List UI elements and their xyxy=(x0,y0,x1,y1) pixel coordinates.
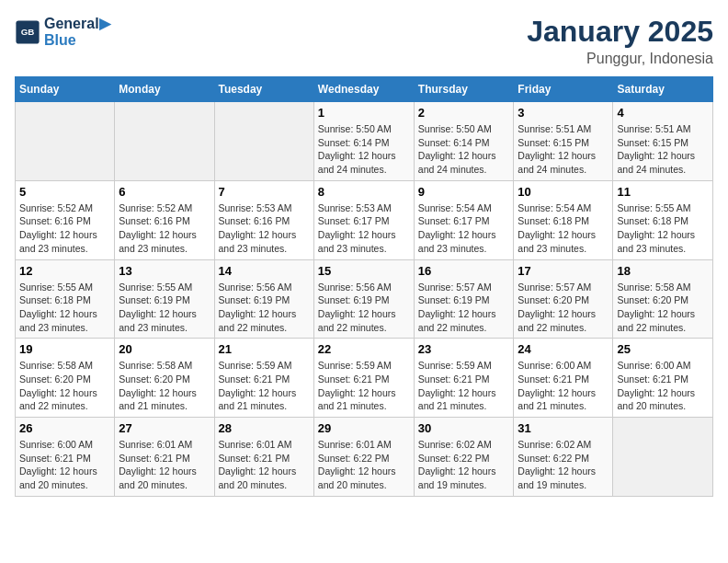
day-info: Sunrise: 5:54 AM Sunset: 6:17 PM Dayligh… xyxy=(418,201,510,256)
col-saturday: Saturday xyxy=(613,77,713,102)
calendar-cell: 13Sunrise: 5:55 AM Sunset: 6:19 PM Dayli… xyxy=(115,259,214,339)
calendar-subtitle: Punggur, Indonesia xyxy=(527,51,713,67)
col-monday: Monday xyxy=(115,77,214,102)
day-number: 24 xyxy=(518,342,609,356)
calendar-week-2: 5Sunrise: 5:52 AM Sunset: 6:16 PM Daylig… xyxy=(16,180,713,259)
col-wednesday: Wednesday xyxy=(313,77,414,102)
col-thursday: Thursday xyxy=(414,77,514,102)
calendar-cell: 26Sunrise: 6:00 AM Sunset: 6:21 PM Dayli… xyxy=(16,418,115,497)
day-number: 9 xyxy=(418,185,510,199)
day-info: Sunrise: 5:52 AM Sunset: 6:16 PM Dayligh… xyxy=(19,201,110,256)
day-number: 31 xyxy=(518,421,609,435)
calendar-cell: 1Sunrise: 5:50 AM Sunset: 6:14 PM Daylig… xyxy=(313,102,414,181)
calendar-cell: 7Sunrise: 5:53 AM Sunset: 6:16 PM Daylig… xyxy=(214,180,313,259)
day-info: Sunrise: 6:02 AM Sunset: 6:22 PM Dayligh… xyxy=(418,438,510,492)
day-number: 30 xyxy=(418,421,510,435)
calendar-cell: 28Sunrise: 6:01 AM Sunset: 6:21 PM Dayli… xyxy=(214,418,313,497)
calendar-cell: 8Sunrise: 5:53 AM Sunset: 6:17 PM Daylig… xyxy=(313,180,414,259)
day-number: 7 xyxy=(219,185,310,199)
calendar-cell: 5Sunrise: 5:52 AM Sunset: 6:16 PM Daylig… xyxy=(16,180,115,259)
day-info: Sunrise: 5:50 AM Sunset: 6:14 PM Dayligh… xyxy=(418,122,510,177)
day-info: Sunrise: 5:56 AM Sunset: 6:19 PM Dayligh… xyxy=(219,281,310,335)
calendar-cell xyxy=(214,102,313,181)
calendar-header: Sunday Monday Tuesday Wednesday Thursday… xyxy=(16,77,713,102)
calendar-cell: 11Sunrise: 5:55 AM Sunset: 6:18 PM Dayli… xyxy=(613,180,713,259)
calendar-week-3: 12Sunrise: 5:55 AM Sunset: 6:18 PM Dayli… xyxy=(16,259,713,339)
calendar-body: 1Sunrise: 5:50 AM Sunset: 6:14 PM Daylig… xyxy=(16,102,713,497)
calendar-cell: 19Sunrise: 5:58 AM Sunset: 6:20 PM Dayli… xyxy=(16,339,115,418)
day-info: Sunrise: 6:00 AM Sunset: 6:21 PM Dayligh… xyxy=(617,359,709,413)
day-info: Sunrise: 5:57 AM Sunset: 6:19 PM Dayligh… xyxy=(418,281,510,335)
calendar-cell: 6Sunrise: 5:52 AM Sunset: 6:16 PM Daylig… xyxy=(115,180,214,259)
day-number: 1 xyxy=(318,106,410,120)
day-number: 11 xyxy=(617,185,709,199)
calendar-cell: 24Sunrise: 6:00 AM Sunset: 6:21 PM Dayli… xyxy=(514,339,613,418)
calendar-cell: 27Sunrise: 6:01 AM Sunset: 6:21 PM Dayli… xyxy=(115,418,214,497)
calendar-cell: 29Sunrise: 6:01 AM Sunset: 6:22 PM Dayli… xyxy=(313,418,414,497)
page-header: GB General▶ Blue January 2025 Punggur, I… xyxy=(15,15,713,67)
day-number: 25 xyxy=(617,342,709,356)
day-number: 2 xyxy=(418,106,510,120)
calendar-table: Sunday Monday Tuesday Wednesday Thursday… xyxy=(15,76,713,497)
title-area: January 2025 Punggur, Indonesia xyxy=(527,15,713,67)
day-number: 3 xyxy=(518,106,609,120)
calendar-cell: 20Sunrise: 5:58 AM Sunset: 6:20 PM Dayli… xyxy=(115,339,214,418)
day-info: Sunrise: 5:51 AM Sunset: 6:15 PM Dayligh… xyxy=(617,122,709,177)
day-number: 22 xyxy=(318,342,410,356)
calendar-title: January 2025 xyxy=(527,15,713,49)
day-info: Sunrise: 5:57 AM Sunset: 6:20 PM Dayligh… xyxy=(518,281,609,335)
day-number: 4 xyxy=(617,106,709,120)
day-info: Sunrise: 5:51 AM Sunset: 6:15 PM Dayligh… xyxy=(518,122,609,177)
calendar-cell: 2Sunrise: 5:50 AM Sunset: 6:14 PM Daylig… xyxy=(414,102,514,181)
col-friday: Friday xyxy=(514,77,613,102)
day-number: 26 xyxy=(19,421,110,435)
calendar-cell: 17Sunrise: 5:57 AM Sunset: 6:20 PM Dayli… xyxy=(514,259,613,339)
day-number: 19 xyxy=(19,342,110,356)
day-number: 20 xyxy=(119,342,210,356)
day-info: Sunrise: 5:55 AM Sunset: 6:19 PM Dayligh… xyxy=(119,281,210,335)
calendar-cell: 31Sunrise: 6:02 AM Sunset: 6:22 PM Dayli… xyxy=(514,418,613,497)
day-number: 13 xyxy=(119,264,210,278)
day-info: Sunrise: 6:02 AM Sunset: 6:22 PM Dayligh… xyxy=(518,438,609,492)
day-info: Sunrise: 5:59 AM Sunset: 6:21 PM Dayligh… xyxy=(418,359,510,413)
logo-text: General▶ Blue xyxy=(44,15,110,49)
calendar-cell: 3Sunrise: 5:51 AM Sunset: 6:15 PM Daylig… xyxy=(514,102,613,181)
calendar-week-1: 1Sunrise: 5:50 AM Sunset: 6:14 PM Daylig… xyxy=(16,102,713,181)
logo-icon: GB xyxy=(15,19,40,45)
day-number: 23 xyxy=(418,342,510,356)
day-number: 27 xyxy=(119,421,210,435)
calendar-week-5: 26Sunrise: 6:00 AM Sunset: 6:21 PM Dayli… xyxy=(16,418,713,497)
day-number: 10 xyxy=(518,185,609,199)
day-number: 28 xyxy=(219,421,310,435)
calendar-cell: 4Sunrise: 5:51 AM Sunset: 6:15 PM Daylig… xyxy=(613,102,713,181)
calendar-week-4: 19Sunrise: 5:58 AM Sunset: 6:20 PM Dayli… xyxy=(16,339,713,418)
day-info: Sunrise: 5:58 AM Sunset: 6:20 PM Dayligh… xyxy=(19,359,110,413)
day-info: Sunrise: 5:52 AM Sunset: 6:16 PM Dayligh… xyxy=(119,201,210,256)
day-info: Sunrise: 5:56 AM Sunset: 6:19 PM Dayligh… xyxy=(318,281,410,335)
day-info: Sunrise: 5:59 AM Sunset: 6:21 PM Dayligh… xyxy=(318,359,410,413)
day-number: 17 xyxy=(518,264,609,278)
day-number: 18 xyxy=(617,264,709,278)
day-info: Sunrise: 5:53 AM Sunset: 6:16 PM Dayligh… xyxy=(219,201,310,256)
calendar-cell: 15Sunrise: 5:56 AM Sunset: 6:19 PM Dayli… xyxy=(313,259,414,339)
calendar-cell: 23Sunrise: 5:59 AM Sunset: 6:21 PM Dayli… xyxy=(414,339,514,418)
calendar-cell: 14Sunrise: 5:56 AM Sunset: 6:19 PM Dayli… xyxy=(214,259,313,339)
svg-text:GB: GB xyxy=(21,26,35,36)
day-number: 6 xyxy=(119,185,210,199)
day-info: Sunrise: 5:53 AM Sunset: 6:17 PM Dayligh… xyxy=(318,201,410,256)
calendar-cell: 22Sunrise: 5:59 AM Sunset: 6:21 PM Dayli… xyxy=(313,339,414,418)
calendar-cell xyxy=(16,102,115,181)
day-info: Sunrise: 5:55 AM Sunset: 6:18 PM Dayligh… xyxy=(19,281,110,335)
calendar-cell: 10Sunrise: 5:54 AM Sunset: 6:18 PM Dayli… xyxy=(514,180,613,259)
calendar-cell: 16Sunrise: 5:57 AM Sunset: 6:19 PM Dayli… xyxy=(414,259,514,339)
day-number: 21 xyxy=(219,342,310,356)
calendar-cell: 21Sunrise: 5:59 AM Sunset: 6:21 PM Dayli… xyxy=(214,339,313,418)
calendar-cell xyxy=(115,102,214,181)
day-info: Sunrise: 5:58 AM Sunset: 6:20 PM Dayligh… xyxy=(617,281,709,335)
day-info: Sunrise: 5:59 AM Sunset: 6:21 PM Dayligh… xyxy=(219,359,310,413)
day-number: 15 xyxy=(318,264,410,278)
day-number: 29 xyxy=(318,421,410,435)
calendar-cell: 12Sunrise: 5:55 AM Sunset: 6:18 PM Dayli… xyxy=(16,259,115,339)
day-number: 5 xyxy=(19,185,110,199)
calendar-cell xyxy=(613,418,713,497)
